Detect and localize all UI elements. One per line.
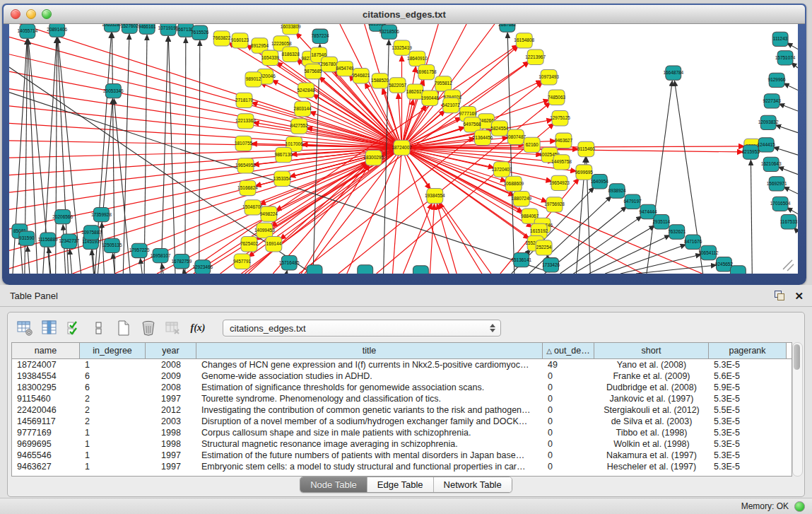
- graph-node-yellow[interactable]: 19756928: [544, 197, 565, 212]
- graph-node-yellow[interactable]: 10688609: [503, 176, 524, 191]
- graph-node-yellow[interactable]: 2803144: [294, 101, 312, 116]
- delete-column-icon[interactable]: [139, 318, 158, 338]
- graph-node-yellow[interactable]: 10973493: [539, 70, 559, 85]
- graph-node-yellow[interactable]: 989012: [245, 72, 261, 87]
- graph-node-teal[interactable]: 7615526: [191, 25, 209, 40]
- graph-node-teal[interactable]: 13218506: [379, 25, 399, 39]
- graph-node-yellow[interactable]: 16961758: [416, 64, 437, 79]
- graph-node-yellow[interactable]: 16033809: [281, 24, 301, 35]
- graph-node-yellow[interactable]: 14099453: [254, 223, 275, 238]
- table-row[interactable]: 977716911998Corpus callosum shape and si…: [12, 427, 792, 438]
- resize-grip-icon[interactable]: [783, 260, 794, 271]
- graph-node-teal[interactable]: 20206566: [52, 209, 73, 223]
- graph-node-teal[interactable]: 12923466: [192, 260, 213, 274]
- graph-node-teal[interactable]: 1527602: [121, 24, 139, 33]
- graph-node-teal[interactable]: 12342737: [59, 234, 79, 248]
- graph-node-yellow[interactable]: 1654339: [261, 50, 280, 65]
- graph-node-yellow[interactable]: 5875685: [304, 64, 322, 78]
- graph-node-yellow[interactable]: 19384554: [425, 188, 445, 203]
- graph-node-yellow[interactable]: 12975125: [550, 111, 570, 126]
- graph-node-yellow[interactable]: 8186328: [282, 47, 300, 62]
- graph-node-yellow[interactable]: 18300295: [363, 151, 384, 165]
- row-height-icon[interactable]: [89, 318, 109, 338]
- table-row[interactable]: 969969511998Structural magnetic resonanc…: [12, 438, 792, 450]
- graph-node-teal[interactable]: 17359928: [91, 207, 112, 221]
- graph-node-yellow[interactable]: 1588520: [371, 74, 389, 88]
- graph-node-teal[interactable]: 17957225: [129, 243, 150, 257]
- graph-node-teal[interactable]: 2687682: [498, 24, 517, 32]
- column-header-short[interactable]: short: [594, 343, 709, 358]
- graph-node-teal[interactable]: 15136141: [511, 252, 531, 267]
- graph-node-yellow[interactable]: 7955812: [435, 76, 453, 91]
- graph-node-teal[interactable]: 20053346: [103, 83, 124, 98]
- graph-node-yellow[interactable]: 19654952: [235, 158, 256, 173]
- graph-node-yellow[interactable]: 252254: [536, 240, 552, 255]
- table-row[interactable]: 946554611997Estimation of the future num…: [12, 450, 792, 461]
- graph-node-teal[interactable]: [307, 265, 322, 274]
- graph-node-teal[interactable]: 1640954: [591, 175, 609, 189]
- column-header-pagerank[interactable]: pagerank: [709, 343, 787, 358]
- graph-node-yellow[interactable]: 9498224: [260, 206, 278, 221]
- graph-node-yellow[interactable]: 18807249: [511, 192, 531, 206]
- network-window-titlebar[interactable]: citations_edges.txt: [4, 5, 805, 24]
- graph-node-yellow[interactable]: 16154808: [514, 33, 534, 48]
- memory-status-icon[interactable]: [794, 501, 805, 512]
- graph-node-yellow[interactable]: 8427552: [290, 119, 309, 134]
- table-row[interactable]: 1830029562008Estimation of significance …: [12, 382, 792, 393]
- graph-node-teal[interactable]: 10653287: [102, 24, 122, 32]
- graph-node-teal[interactable]: 17016504: [770, 197, 791, 211]
- column-header-title[interactable]: title: [196, 343, 543, 358]
- table-select-dropdown[interactable]: citations_edges.txt: [223, 320, 501, 337]
- network-canvas[interactable]: 1872400718300295193845541603380912226058…: [9, 24, 798, 274]
- table-vertical-scrollbar[interactable]: [792, 342, 803, 477]
- graph-node-yellow[interactable]: 5421072: [442, 98, 461, 112]
- graph-node-yellow[interactable]: 13325419: [392, 40, 412, 55]
- minimize-window-button[interactable]: [26, 9, 36, 19]
- graph-node-teal[interactable]: 15692971: [767, 177, 787, 191]
- graph-node-yellow[interactable]: 14495758: [551, 155, 572, 170]
- graph-node-teal[interactable]: 10654112: [698, 245, 719, 259]
- graph-node-teal[interactable]: 10975887: [81, 226, 102, 240]
- graph-node-yellow[interactable]: 12213967: [525, 49, 546, 64]
- graph-node-teal[interactable]: 12505135: [102, 238, 122, 252]
- graph-node-yellow[interactable]: 15166824: [237, 180, 258, 195]
- select-rows-icon[interactable]: [64, 318, 84, 338]
- graph-node-teal[interactable]: 7632621: [668, 225, 686, 239]
- graph-node-teal[interactable]: 1167533: [780, 215, 798, 229]
- graph-node-yellow[interactable]: 1990448: [421, 90, 440, 105]
- graph-node-yellow[interactable]: 18724007: [392, 140, 412, 155]
- function-builder-icon[interactable]: f(x): [188, 318, 208, 338]
- graph-node-teal[interactable]: 14055714: [18, 24, 38, 38]
- tab-network-table[interactable]: Network Table: [434, 477, 512, 492]
- table-row[interactable]: 1872400712008Changes of HCN gene express…: [12, 359, 792, 370]
- graph-node-yellow[interactable]: 9867130: [275, 147, 293, 162]
- graph-node-teal[interactable]: [413, 266, 428, 274]
- graph-node-teal[interactable]: 1244415: [758, 138, 776, 152]
- graph-node-teal[interactable]: 16782759: [172, 255, 192, 269]
- graph-node-teal[interactable]: 9227343: [763, 94, 782, 108]
- graph-node-yellow[interactable]: 9699695: [575, 165, 594, 180]
- graph-node-yellow[interactable]: 13720407: [492, 162, 512, 177]
- graph-node-teal[interactable]: 12093832: [758, 115, 779, 129]
- table-settings-icon[interactable]: [15, 318, 35, 338]
- graph-node-teal[interactable]: 931590: [19, 231, 35, 245]
- graph-node-teal[interactable]: 1733426: [542, 258, 560, 272]
- graph-node-yellow[interactable]: 12213363: [235, 114, 256, 129]
- graph-node-yellow[interactable]: 169144: [266, 237, 282, 252]
- graph-node-teal[interactable]: 15751074: [775, 51, 796, 65]
- tab-edge-table[interactable]: Edge Table: [367, 477, 434, 492]
- table-row[interactable]: 2242004622012Investigating the contribut…: [12, 404, 792, 416]
- graph-node-yellow[interactable]: 9463627: [555, 133, 573, 148]
- graph-node-teal[interactable]: 15716485: [279, 256, 300, 270]
- graph-node-teal[interactable]: 2935114: [653, 215, 671, 229]
- table-row[interactable]: 1938455462009Genome-wide association stu…: [12, 370, 792, 382]
- graph-node-yellow[interactable]: 5822057: [389, 78, 407, 93]
- new-column-icon[interactable]: [114, 318, 134, 338]
- graph-node-yellow[interactable]: 5242848: [298, 83, 316, 98]
- tab-node-table[interactable]: Node Table: [300, 477, 367, 492]
- graph-node-teal[interactable]: 9129966: [768, 73, 787, 87]
- graph-node-yellow[interactable]: 10807487: [505, 129, 526, 144]
- table-row[interactable]: 946362711997Embryonic stem cells: a mode…: [12, 461, 792, 472]
- column-header-out_de[interactable]: △out_de…: [543, 343, 594, 358]
- graph-node-yellow[interactable]: 9546821: [352, 69, 370, 83]
